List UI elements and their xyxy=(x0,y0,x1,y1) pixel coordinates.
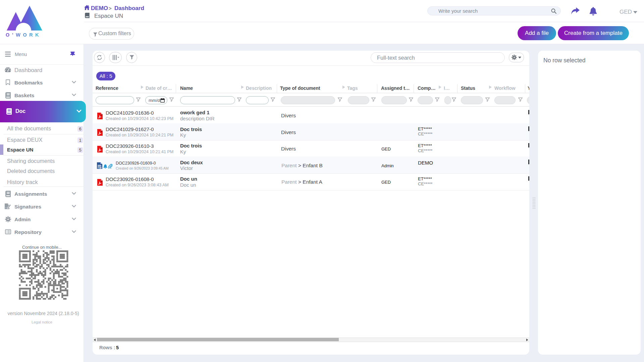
svg-text:W: W xyxy=(99,166,102,169)
